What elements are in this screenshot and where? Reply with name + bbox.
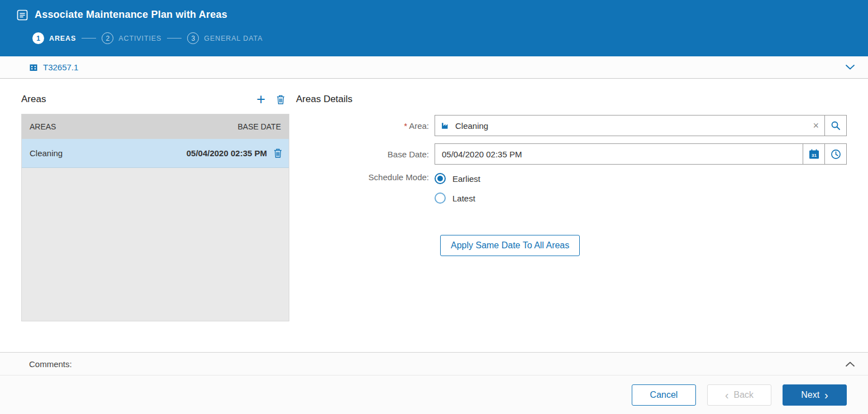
chevron-left-icon: ‹ [725,389,729,401]
comments-bar: Comments: [0,352,868,375]
base-date-input[interactable] [435,144,803,164]
step-activities[interactable]: 2 ACTIVITIES [102,32,161,44]
details-panel-head: Areas Details [296,92,847,107]
delete-area-button[interactable] [276,95,285,104]
plan-header-bar: T32657.1 [0,56,868,79]
cancel-button[interactable]: Cancel [632,384,696,406]
required-marker: * [404,121,407,131]
areas-table-header: AREAS BASE DATE [22,114,289,139]
radio-earliest-label: Earliest [452,174,480,184]
calendar-icon-button[interactable]: 31 [803,143,825,165]
row-delete-icon[interactable] [274,148,282,158]
step-3-label: GENERAL DATA [204,35,263,42]
area-search-button[interactable] [824,115,847,136]
plan-id: T32657.1 [43,62,78,72]
apply-same-date-button[interactable]: Apply Same Date To All Areas [440,235,580,256]
step-1-label: AREAS [49,35,76,42]
area-label: *Area: [296,121,435,131]
areas-panel-head: Areas + [21,92,289,107]
base-date-label: Base Date: [296,150,435,159]
step-2-circle: 2 [102,32,113,44]
functional-location-icon [29,63,38,72]
step-2-label: ACTIVITIES [118,35,161,42]
footer-bar: Cancel ‹ Back Next › [0,375,868,414]
table-row[interactable]: Cleaning 05/04/2020 02:35 PM [22,139,289,168]
areas-details-title: Areas Details [296,94,352,105]
column-header-areas: AREAS [30,122,56,131]
schedule-mode-row: Schedule Mode: Earliest Latest [296,172,847,212]
add-area-button[interactable]: + [256,93,265,105]
area-field-row: *Area: × [296,115,847,136]
step-connector [167,38,182,38]
comments-label: Comments: [29,359,72,369]
svg-text:31: 31 [812,153,817,158]
chevron-down-icon[interactable] [846,65,855,70]
area-input-wrap: × [435,115,825,136]
base-date-field-row: Base Date: 31 [296,143,847,165]
radio-latest[interactable]: Latest [435,192,847,204]
areas-title: Areas [21,94,46,105]
areas-panel: Areas + AREAS BASE DATE [21,79,289,352]
page-title: Associate Maintenance Plan with Areas [35,9,227,21]
row-base-date-cell: 05/04/2020 02:35 PM [187,148,267,158]
areas-toolbar: + [256,93,285,105]
radio-earliest-control[interactable] [435,173,446,184]
areas-details-panel: Areas Details *Area: [289,79,847,352]
areas-details-form: *Area: × [296,115,847,256]
associate-maintenance-plan-dialog: Associate Maintenance Plan with Areas 1 … [0,0,868,414]
radio-latest-label: Latest [452,194,475,203]
factory-icon [441,121,450,131]
title-row: Associate Maintenance Plan with Areas [17,0,851,21]
base-date-input-wrap [435,143,803,165]
schedule-mode-label: Schedule Mode: [296,172,435,212]
row-area-cell: Cleaning [30,148,187,158]
radio-latest-control[interactable] [435,192,446,204]
step-connector [82,38,96,38]
step-general-data[interactable]: 3 GENERAL DATA [187,32,263,44]
column-header-base-date: BASE DATE [237,122,281,131]
chevron-right-icon: › [824,389,828,401]
step-areas[interactable]: 1 AREAS [32,32,76,44]
clear-icon[interactable]: × [813,121,819,131]
back-button[interactable]: ‹ Back [707,384,771,406]
radio-earliest[interactable]: Earliest [435,173,847,184]
maintenance-plan-icon [17,9,28,21]
step-3-circle: 3 [187,32,199,44]
clock-icon-button[interactable] [824,143,847,165]
wizard-header: Associate Maintenance Plan with Areas 1 … [0,0,868,56]
areas-table: AREAS BASE DATE Cleaning 05/04/2020 02:3… [21,114,289,321]
schedule-mode-options: Earliest Latest [435,172,847,212]
main-content: Areas + AREAS BASE DATE [0,79,868,352]
area-input[interactable] [435,115,824,136]
chevron-up-icon[interactable] [846,362,855,367]
step-1-circle: 1 [32,32,44,44]
wizard-steps: 1 AREAS 2 ACTIVITIES 3 GENERAL DATA [32,32,851,44]
next-button[interactable]: Next › [783,384,847,406]
